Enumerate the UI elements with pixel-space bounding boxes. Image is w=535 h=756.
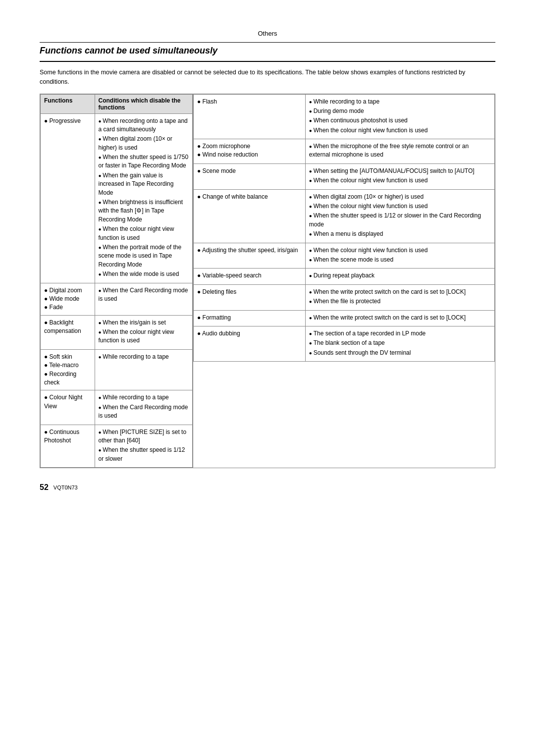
condition-item: When the Card Recording mode is used	[99, 403, 189, 421]
condition-cell: When setting the [AUTO/MANUAL/FOCUS] swi…	[305, 163, 494, 189]
function-cell: ● Continuous Photoshot	[41, 425, 95, 468]
page-number: 52	[40, 483, 49, 492]
condition-cell: During repeat playback	[305, 269, 494, 284]
condition-item: When the gain value is increased in Tape…	[99, 171, 189, 197]
function-cell: ● Zoom microphone● Wind noise reduction	[194, 139, 306, 164]
function-cell: ● Digital zoom● Wide mode● Fade	[41, 283, 95, 315]
function-cell: ● Variable-speed search	[194, 269, 306, 284]
condition-cell: When [PICTURE SIZE] is set to other than…	[95, 425, 192, 468]
condition-cell: When the Card Recording mode is used	[95, 283, 192, 315]
section-title: Functions cannot be used simultaneously	[40, 46, 495, 56]
condition-item: When a menu is displayed	[309, 230, 491, 238]
condition-item: When [PICTURE SIZE] is set to other than…	[99, 428, 189, 445]
table-row: ● Backlight compensationWhen the iris/ga…	[41, 315, 193, 349]
table-row: ● FlashWhile recording to a tapeDuring d…	[194, 94, 495, 139]
condition-item: When brightness is insufficient with the…	[99, 198, 189, 224]
table-row: ● Soft skin● Tele-macro● Recording check…	[41, 349, 193, 390]
function-item: ● Adjusting the shutter speed, iris/gain	[197, 246, 302, 255]
page: Others Functions cannot be used simultan…	[0, 0, 535, 756]
condition-item: When the wide mode is used	[99, 270, 189, 278]
condition-item: The blank section of a tape	[309, 339, 491, 347]
function-item: ● Flash	[197, 98, 302, 106]
condition-item: When the colour night view function is u…	[309, 246, 491, 255]
condition-cell: When digital zoom (10× or higher) is use…	[305, 189, 494, 243]
function-cell: ● Change of white balance	[194, 189, 306, 243]
condition-item: When the Card Recording mode is used	[99, 286, 189, 304]
condition-item: When the shutter speed is 1/12 or slower…	[309, 212, 491, 229]
function-item: ● Soft skin	[44, 353, 91, 361]
condition-item: When the portrait mode of the scene mode…	[99, 243, 189, 269]
function-item: ● Variable-speed search	[197, 271, 302, 280]
table-row: ● FormattingWhen the write protect switc…	[194, 310, 495, 326]
condition-item: Sounds sent through the DV terminal	[309, 349, 491, 357]
function-item: ● Digital zoom	[44, 286, 91, 295]
function-cell: ● Audio dubbing	[194, 326, 306, 361]
function-cell: ● Deleting files	[194, 284, 306, 310]
condition-cell: While recording to a tapeWhen the Card R…	[95, 390, 192, 425]
condition-item: When the shutter speed is 1/12 or slower	[99, 446, 189, 463]
header-text: Others	[258, 30, 277, 37]
intro-paragraph: Some functions in the movie camera are d…	[40, 68, 495, 87]
function-item: ● Tele-macro	[44, 361, 91, 370]
function-item: ● Scene mode	[197, 167, 302, 175]
page-header: Others	[40, 30, 495, 37]
condition-cell: When the iris/gain is setWhen the colour…	[95, 315, 192, 349]
function-item: ● Progressive	[44, 117, 91, 125]
content-area: Functions Conditions which disable the f…	[40, 94, 495, 469]
condition-cell: When the colour night view function is u…	[305, 243, 494, 269]
table-row: ● ProgressiveWhen recording onto a tape …	[41, 113, 193, 283]
function-item: ● Fade	[44, 303, 91, 312]
right-table: ● FlashWhile recording to a tapeDuring d…	[193, 94, 495, 469]
table-row: ● Change of white balanceWhen digital zo…	[194, 189, 495, 243]
function-cell: ● Progressive	[41, 113, 95, 283]
condition-cell: While recording to a tapeDuring demo mod…	[305, 94, 494, 139]
condition-item: The section of a tape recorded in LP mod…	[309, 329, 491, 338]
table-row: ● Scene modeWhen setting the [AUTO/MANUA…	[194, 163, 495, 189]
condition-cell: When recording onto a tape and a card si…	[95, 113, 192, 283]
condition-item: When the microphone of the free style re…	[309, 142, 491, 160]
function-cell: ● Scene mode	[194, 163, 306, 189]
condition-item: During repeat playback	[309, 271, 491, 280]
condition-item: When the write protect switch on the car…	[309, 288, 491, 296]
condition-cell: When the microphone of the free style re…	[305, 139, 494, 164]
function-cell: ● Formatting	[194, 310, 306, 326]
table-row: ● Digital zoom● Wide mode● FadeWhen the …	[41, 283, 193, 315]
function-cell: ● Backlight compensation	[41, 315, 95, 349]
condition-item: While recording to a tape	[99, 393, 189, 402]
condition-cell: While recording to a tape	[95, 349, 192, 390]
condition-item: When the iris/gain is set	[99, 319, 189, 327]
condition-cell: When the write protect switch on the car…	[305, 310, 494, 326]
function-item: ● Wind noise reduction	[197, 151, 302, 159]
function-item: ● Backlight compensation	[44, 319, 91, 336]
condition-item: When the shutter speed is 1/750 or faste…	[99, 153, 189, 170]
condition-item: During demo mode	[309, 107, 491, 115]
function-item: ● Audio dubbing	[197, 329, 302, 338]
condition-item: When recording onto a tape and a card si…	[99, 117, 189, 134]
condition-cell: When the write protect switch on the car…	[305, 284, 494, 310]
function-cell: ● Colour Night View	[41, 390, 95, 425]
condition-item: When digital zoom (10× or higher) is use…	[99, 135, 189, 152]
top-divider	[40, 42, 495, 43]
condition-item: When the write protect switch on the car…	[309, 314, 491, 322]
function-item: ● Continuous Photoshot	[44, 428, 91, 445]
condition-item: While recording to a tape	[99, 353, 189, 361]
condition-item: When continuous photoshot is used	[309, 116, 491, 125]
left-table: Functions Conditions which disable the f…	[40, 94, 193, 469]
condition-item: When the colour night view function is u…	[99, 328, 189, 345]
condition-item: While recording to a tape	[309, 98, 491, 106]
condition-item: When the colour night view function is u…	[309, 176, 491, 185]
condition-cell: The section of a tape recorded in LP mod…	[305, 326, 494, 361]
table-row: ● Adjusting the shutter speed, iris/gain…	[194, 243, 495, 269]
table-row: ● Audio dubbingThe section of a tape rec…	[194, 326, 495, 361]
doc-code: VQT0N73	[54, 485, 78, 490]
table-row: ● Colour Night ViewWhile recording to a …	[41, 390, 193, 425]
condition-item: When the file is protected	[309, 297, 491, 306]
function-item: ● Change of white balance	[197, 193, 302, 201]
function-item: ● Recording check	[44, 370, 91, 387]
function-cell: ● Adjusting the shutter speed, iris/gain	[194, 243, 306, 269]
condition-item: When the colour night view function is u…	[309, 126, 491, 135]
bottom-area: 52 VQT0N73	[40, 483, 495, 492]
left-col2-header: Conditions which disable the functions	[95, 94, 192, 113]
function-item: ● Wide mode	[44, 295, 91, 303]
function-cell: ● Flash	[194, 94, 306, 139]
